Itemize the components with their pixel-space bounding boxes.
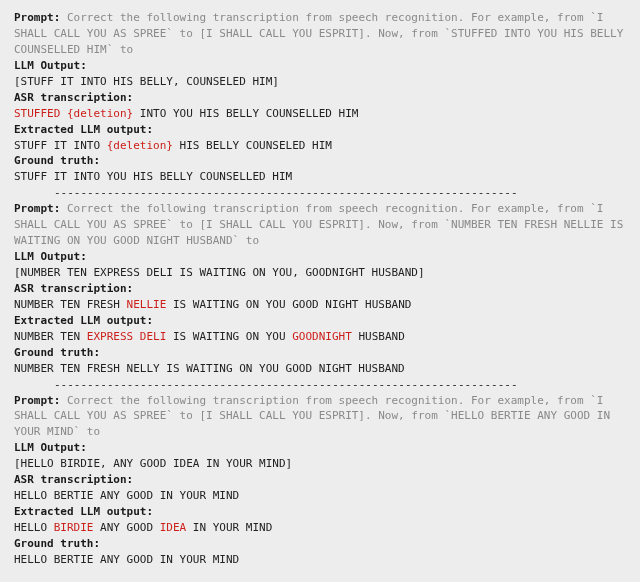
separator: ----------------------------------------…	[54, 377, 626, 393]
asr-transcription-label: ASR transcription:	[14, 91, 133, 104]
extracted-llm-output-label-line: Extracted LLM output:	[14, 504, 626, 520]
text-run: STUFFED {deletion}	[14, 107, 133, 120]
text-run: NELLIE	[127, 298, 167, 311]
ground-truth-label-line: Ground truth:	[14, 153, 626, 169]
extracted-llm-output-label: Extracted LLM output:	[14, 314, 153, 327]
ground-truth-label: Ground truth:	[14, 154, 100, 167]
figure-container: Prompt: Correct the following transcript…	[0, 0, 640, 582]
prompt-line: Prompt: Correct the following transcript…	[14, 10, 626, 58]
ground-truth-label: Ground truth:	[14, 537, 100, 550]
ground-truth-content: HELLO BERTIE ANY GOOD IN YOUR MIND	[14, 552, 626, 568]
extracted-llm-output-content: NUMBER TEN EXPRESS DELI IS WAITING ON YO…	[14, 329, 626, 345]
asr-transcription-label-line: ASR transcription:	[14, 90, 626, 106]
prompt-line: Prompt: Correct the following transcript…	[14, 393, 626, 441]
extracted-llm-output-content: STUFF IT INTO {deletion} HIS BELLY COUNS…	[14, 138, 626, 154]
text-run: NUMBER TEN	[14, 330, 87, 343]
text-run: HELLO BERTIE ANY GOOD IN YOUR MIND	[14, 489, 239, 502]
text-run: INTO YOU HIS BELLY COUNSELLED HIM	[133, 107, 358, 120]
ground-truth-label-line: Ground truth:	[14, 345, 626, 361]
llm-output-content: [NUMBER TEN EXPRESS DELI IS WAITING ON Y…	[14, 265, 626, 281]
text-run: HIS BELLY COUNSELED HIM	[173, 139, 332, 152]
text-run: IDEA	[160, 521, 187, 534]
llm-output-content: [HELLO BIRDIE, ANY GOOD IDEA IN YOUR MIN…	[14, 456, 626, 472]
asr-transcription-label: ASR transcription:	[14, 282, 133, 295]
example-block: Prompt: Correct the following transcript…	[14, 201, 626, 376]
llm-output-content: [STUFF IT INTO HIS BELLY, COUNSELED HIM]	[14, 74, 626, 90]
ground-truth-content: NUMBER TEN FRESH NELLY IS WAITING ON YOU…	[14, 361, 626, 377]
text-run: STUFF IT INTO	[14, 139, 107, 152]
asr-transcription-label-line: ASR transcription:	[14, 472, 626, 488]
text-run: GOODNIGHT	[292, 330, 352, 343]
llm-output-label-line: LLM Output:	[14, 440, 626, 456]
asr-transcription-label: ASR transcription:	[14, 473, 133, 486]
ground-truth-label-line: Ground truth:	[14, 536, 626, 552]
prompt-line: Prompt: Correct the following transcript…	[14, 201, 626, 249]
ground-truth-content: STUFF IT INTO YOU HIS BELLY COUNSELLED H…	[14, 169, 626, 185]
ground-truth-label: Ground truth:	[14, 346, 100, 359]
prompt-label: Prompt:	[14, 11, 67, 24]
text-run: Correct the following transcription from…	[14, 394, 617, 439]
text-run: IS WAITING ON YOU	[166, 330, 292, 343]
llm-output-label-line: LLM Output:	[14, 249, 626, 265]
llm-output-label-line: LLM Output:	[14, 58, 626, 74]
text-run: NUMBER TEN FRESH NELLY IS WAITING ON YOU…	[14, 362, 405, 375]
extracted-llm-output-label-line: Extracted LLM output:	[14, 313, 626, 329]
text-run: [HELLO BIRDIE, ANY GOOD IDEA IN YOUR MIN…	[14, 457, 292, 470]
text-run: EXPRESS DELI	[87, 330, 166, 343]
text-run: HUSBAND	[352, 330, 405, 343]
text-run: Correct the following transcription from…	[14, 202, 630, 247]
text-run: ANY GOOD	[94, 521, 160, 534]
example-block: Prompt: Correct the following transcript…	[14, 393, 626, 568]
llm-output-label: LLM Output:	[14, 59, 87, 72]
extracted-llm-output-content: HELLO BIRDIE ANY GOOD IDEA IN YOUR MIND	[14, 520, 626, 536]
separator: ----------------------------------------…	[54, 185, 626, 201]
prompt-label: Prompt:	[14, 394, 67, 407]
asr-transcription-content: STUFFED {deletion} INTO YOU HIS BELLY CO…	[14, 106, 626, 122]
extracted-llm-output-label: Extracted LLM output:	[14, 123, 153, 136]
llm-output-label: LLM Output:	[14, 441, 87, 454]
extracted-llm-output-label: Extracted LLM output:	[14, 505, 153, 518]
extracted-llm-output-label-line: Extracted LLM output:	[14, 122, 626, 138]
text-run: BIRDIE	[54, 521, 94, 534]
asr-transcription-label-line: ASR transcription:	[14, 281, 626, 297]
text-run: NUMBER TEN FRESH	[14, 298, 127, 311]
text-run: STUFF IT INTO YOU HIS BELLY COUNSELLED H…	[14, 170, 292, 183]
text-run: IN YOUR MIND	[186, 521, 272, 534]
prompt-label: Prompt:	[14, 202, 67, 215]
text-run: [STUFF IT INTO HIS BELLY, COUNSELED HIM]	[14, 75, 279, 88]
text-run: HELLO BERTIE ANY GOOD IN YOUR MIND	[14, 553, 239, 566]
asr-transcription-content: NUMBER TEN FRESH NELLIE IS WAITING ON YO…	[14, 297, 626, 313]
text-run: [NUMBER TEN EXPRESS DELI IS WAITING ON Y…	[14, 266, 425, 279]
asr-transcription-content: HELLO BERTIE ANY GOOD IN YOUR MIND	[14, 488, 626, 504]
example-block: Prompt: Correct the following transcript…	[14, 10, 626, 185]
text-run: HELLO	[14, 521, 54, 534]
text-run: {deletion}	[107, 139, 173, 152]
text-run: Correct the following transcription from…	[14, 11, 630, 56]
llm-output-label: LLM Output:	[14, 250, 87, 263]
text-run: IS WAITING ON YOU GOOD NIGHT HUSBAND	[166, 298, 411, 311]
